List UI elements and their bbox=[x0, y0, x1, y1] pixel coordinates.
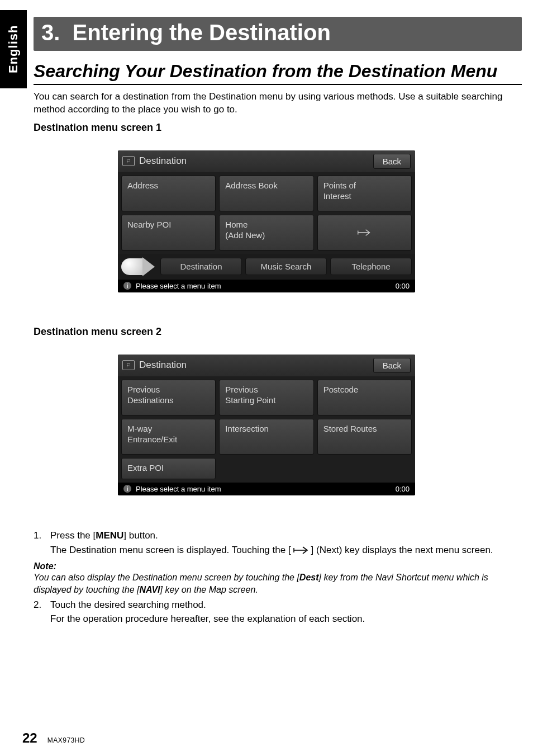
intro-text: You can search for a destination from th… bbox=[34, 91, 522, 116]
step1-text-post: ] button. bbox=[123, 530, 158, 541]
step-number: 2. bbox=[34, 598, 46, 612]
tile-mway-entrance-exit[interactable]: M-way Entrance/Exit bbox=[121, 419, 216, 455]
tile-label: Previous Starting Point bbox=[225, 385, 275, 406]
section-title: Searching Your Destination from the Dest… bbox=[34, 61, 522, 82]
section-rule bbox=[34, 84, 522, 85]
step-number: 1. bbox=[34, 529, 46, 542]
tile-nearby-poi[interactable]: Nearby POI bbox=[121, 215, 216, 251]
step1-cont-a: The Destination menu screen is displayed… bbox=[50, 545, 291, 555]
screenshot-1: ⚐ Destination Back Address Address Book … bbox=[118, 150, 415, 292]
status-text: Please select a menu item bbox=[136, 485, 221, 493]
step2-text: Touch the desired searching method. bbox=[50, 598, 206, 612]
screen2-caption: Destination menu screen 2 bbox=[34, 326, 522, 338]
tile-address-book[interactable]: Address Book bbox=[219, 176, 313, 211]
back-button[interactable]: Back bbox=[373, 358, 411, 373]
destination-flag-icon: ⚐ bbox=[122, 360, 135, 370]
step-2: 2. Touch the desired searching method. bbox=[34, 598, 522, 612]
tile-label: M-way Entrance/Exit bbox=[127, 424, 177, 445]
page-footer: 22 MAX973HD bbox=[22, 730, 85, 746]
screen1-title: Destination bbox=[139, 155, 187, 167]
dest-key-label: Dest bbox=[299, 573, 319, 582]
destination-flag-icon: ⚐ bbox=[122, 156, 135, 166]
chapter-title-text: Entering the Destination bbox=[73, 20, 331, 45]
tile-previous-starting-point[interactable]: Previous Starting Point bbox=[219, 380, 313, 415]
step1-text-pre: Press the [ bbox=[50, 530, 96, 541]
menu-button-label: MENU bbox=[96, 530, 123, 541]
tile-label: Points of Interest bbox=[323, 181, 356, 202]
chapter-number: 3. bbox=[41, 20, 60, 45]
tile-label: Nearby POI bbox=[127, 220, 171, 230]
screen1-statusbar: iPlease select a menu item 0:00 bbox=[118, 280, 415, 292]
tile-points-of-interest[interactable]: Points of Interest bbox=[317, 176, 412, 211]
status-text: Please select a menu item bbox=[136, 282, 221, 290]
tile-next[interactable] bbox=[317, 215, 412, 251]
tile-postcode[interactable]: Postcode bbox=[317, 380, 412, 415]
next-arrow-inline-icon bbox=[293, 545, 310, 559]
tile-label: Extra POI bbox=[127, 463, 164, 474]
page-number: 22 bbox=[22, 730, 37, 746]
step1-cont-b: ] (Next) key displays the next menu scre… bbox=[311, 545, 493, 555]
tile-home[interactable]: Home (Add New) bbox=[219, 215, 313, 251]
chapter-title-bar: 3. Entering the Destination bbox=[34, 17, 522, 51]
back-button[interactable]: Back bbox=[373, 154, 411, 169]
note-text-c: ] key on the Map screen. bbox=[160, 585, 258, 594]
tile-label: Stored Routes bbox=[323, 424, 377, 434]
note-body: You can also display the Destination men… bbox=[34, 571, 522, 596]
tile-address[interactable]: Address bbox=[121, 176, 216, 211]
status-time: 0:00 bbox=[396, 282, 410, 290]
tile-label: Postcode bbox=[323, 385, 359, 395]
screen1-caption: Destination menu screen 1 bbox=[34, 122, 522, 134]
tab-telephone[interactable]: Telephone bbox=[330, 258, 412, 275]
tile-label: Home (Add New) bbox=[225, 220, 265, 241]
model-number: MAX973HD bbox=[47, 736, 85, 744]
screenshot-2: ⚐ Destination Back Previous Destinations… bbox=[118, 355, 415, 495]
step-1: 1. Press the [MENU] button. bbox=[34, 529, 522, 542]
tab-music-search[interactable]: Music Search bbox=[245, 258, 327, 275]
language-tab: English bbox=[0, 10, 27, 88]
tile-intersection[interactable]: Intersection bbox=[219, 419, 313, 455]
info-icon: i bbox=[123, 485, 131, 493]
next-arrow-icon bbox=[357, 228, 372, 238]
screen2-titlebar: ⚐ Destination Back bbox=[118, 355, 415, 376]
nav-arrow-icon[interactable] bbox=[121, 257, 157, 276]
tile-label: Previous Destinations bbox=[127, 385, 174, 406]
note-text-a: You can also display the Destination men… bbox=[34, 573, 299, 582]
step-2-cont: For the operation procedure hereafter, s… bbox=[34, 612, 522, 626]
tile-label: Address bbox=[127, 181, 158, 191]
tile-extra-poi[interactable]: Extra POI bbox=[121, 458, 216, 479]
note-heading: Note: bbox=[34, 561, 522, 571]
screen2-statusbar: iPlease select a menu item 0:00 bbox=[118, 483, 415, 495]
tile-label: Address Book bbox=[225, 181, 277, 191]
tab-destination[interactable]: Destination bbox=[160, 258, 242, 275]
info-icon: i bbox=[123, 282, 131, 290]
tile-label: Intersection bbox=[225, 424, 269, 434]
tile-previous-destinations[interactable]: Previous Destinations bbox=[121, 380, 216, 415]
step-1-cont: The Destination menu screen is displayed… bbox=[34, 544, 522, 559]
navi-key-label: NAVI bbox=[139, 585, 160, 594]
status-time: 0:00 bbox=[396, 485, 410, 493]
screen1-titlebar: ⚐ Destination Back bbox=[118, 150, 415, 172]
screen2-title: Destination bbox=[139, 360, 187, 371]
tile-stored-routes[interactable]: Stored Routes bbox=[317, 419, 412, 455]
